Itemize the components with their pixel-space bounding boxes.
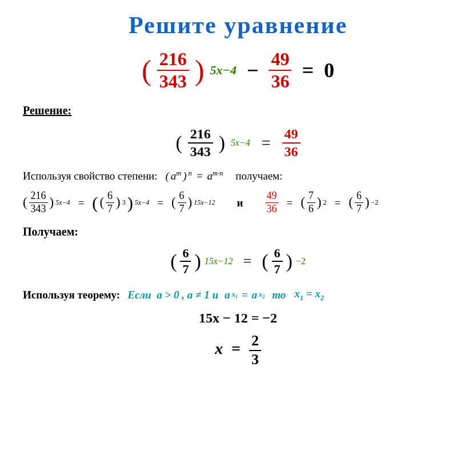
solution-label: Решение: [23,104,453,117]
answer-block: x = 2 3 [23,333,453,368]
linear-equation: 15x − 12 = −2 [23,310,453,326]
property-line: Используя свойство степени: ( am ) n = a… [23,169,453,182]
page-title: Решите уравнение [23,11,453,39]
step1-equation: ( 216 343 ) 5x−4 = 49 36 [23,126,453,159]
final-equation: ( 6 7 ) 15x−12 = ( 6 7 ) −2 [23,246,453,276]
expand-line: ( 216 343 ) 5x−4 = ( ( 6 7 ) 3 ) 5x−4 = … [23,190,453,215]
main-equation: ( 216 343 ) 5x−4 − 49 36 = 0 [23,49,453,91]
poluchaem-label: Получаем: [23,225,453,238]
theorem-line: Используя теорему: Если a > 0 , a ≠ 1 и … [23,288,453,302]
